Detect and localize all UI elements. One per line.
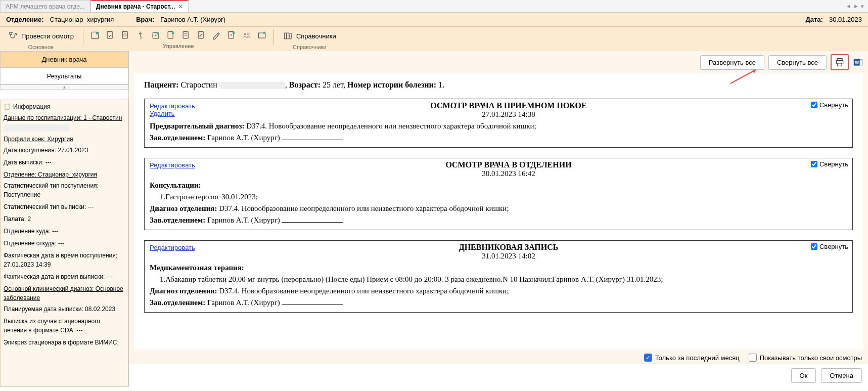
header-bar: Отделение: Стационар_хирургия Врач: Гари… (0, 13, 868, 27)
group-manage-label: Управление (163, 43, 194, 49)
content-topbar: Развернуть все Свернуть все W (129, 51, 868, 73)
tool-8[interactable] (195, 29, 208, 42)
close-icon[interactable]: ✕ (178, 3, 183, 10)
clipboard-icon (4, 103, 11, 110)
svg-point-1 (15, 33, 16, 35)
profile-link[interactable]: Профили коек: Хирургия (4, 135, 125, 144)
tool-10[interactable] (225, 29, 238, 42)
sidetab-diary[interactable]: Дневник врача (0, 51, 128, 68)
options-bar: ✓ Только за последний месяц Показывать т… (129, 352, 868, 364)
menu-icon[interactable]: ▾ (861, 3, 864, 10)
edit-link[interactable]: Редактировать (150, 161, 220, 169)
print-button[interactable] (831, 54, 849, 70)
reference-button[interactable]: Справочники (279, 29, 340, 43)
svg-rect-29 (838, 63, 842, 66)
tool-2[interactable] (104, 29, 117, 42)
vimis: Эпикриз стационара в формате ВИМИС: (4, 338, 125, 347)
last-month-checkbox[interactable]: ✓ Только за последний месяц (644, 354, 740, 362)
delete-link[interactable]: Удалить (150, 110, 220, 117)
discharge-date: Дата выписки: --- (4, 158, 125, 167)
cda: Выписка из случая стационарного лечения … (4, 317, 125, 335)
back-icon[interactable]: ◄ (846, 3, 851, 9)
tool-5[interactable]: + (149, 29, 162, 42)
actions-bar: Ок Отмена (129, 364, 868, 387)
svg-text:W: W (855, 60, 859, 65)
tool-7[interactable] (179, 29, 193, 42)
svg-rect-13 (183, 32, 188, 38)
tool-1[interactable] (88, 29, 102, 42)
collapse-checkbox[interactable]: Свернуть (811, 243, 848, 250)
record: Свернуть Редактировать ДНЕВНИКОВАЯ ЗАПИС… (144, 240, 853, 313)
svg-point-9 (157, 32, 159, 34)
svg-point-22 (263, 32, 265, 34)
svg-rect-24 (287, 33, 289, 39)
svg-rect-26 (5, 104, 9, 110)
group-ref-label: Справочники (293, 44, 327, 50)
sidetab-results[interactable]: Результаты (0, 68, 128, 84)
sidebar: Дневник врача Результаты ▴ Информация Да… (0, 51, 129, 387)
svg-rect-25 (289, 33, 292, 39)
record: Свернуть Редактировать ОСМОТР ВРАЧА В ОТ… (144, 158, 853, 230)
doc-area: Пациент: Старостин , Возраст: 25 лет, Но… (134, 73, 863, 350)
collapse-checkbox[interactable]: Свернуть (811, 160, 848, 168)
own-exams-checkbox[interactable]: Показывать только свои осмотры (749, 354, 862, 362)
edit-link[interactable]: Редактировать (150, 244, 220, 251)
ward: Палата: 2 (4, 214, 125, 224)
tool-12[interactable] (255, 29, 268, 42)
svg-point-20 (248, 33, 249, 35)
fwd-icon[interactable]: ► (853, 3, 859, 9)
tool-3[interactable] (119, 29, 132, 42)
record-row: Зав.отделением: Гарипов А.Т. (Хирург) (150, 216, 847, 225)
record-row: Зав.отделением: Гарипов А.Т. (Хирург) (150, 298, 847, 307)
toolbar: Провести осмотр Основное + Управление Сп (0, 27, 868, 51)
record-datetime: 31.01.2023 14:02 (220, 252, 797, 260)
window-controls: ◄ ► ▾ (846, 0, 868, 12)
record: Свернуть РедактироватьУдалить ОСМОТР ВРА… (144, 99, 853, 148)
checkbox-checked-icon: ✓ (644, 354, 652, 362)
checkbox-unchecked-icon (749, 354, 757, 362)
tool-6[interactable] (164, 29, 177, 42)
ok-button[interactable]: Ок (791, 368, 816, 383)
cancel-button[interactable]: Отмена (821, 368, 862, 383)
tool-4[interactable] (134, 29, 147, 42)
main-diag-link[interactable]: Основной клинический диагноз: Основное з… (4, 284, 125, 302)
word-icon: W (853, 57, 863, 67)
books-icon (283, 31, 293, 41)
edit-link[interactable]: Редактировать (150, 102, 220, 110)
dept-link[interactable]: Отделение: Стационар_хирургия (4, 170, 125, 179)
svg-point-2 (12, 32, 13, 33)
dept-from: Отделение откуда: --- (4, 239, 125, 248)
svg-point-7 (124, 34, 126, 36)
record-row: Консультации: (150, 181, 847, 190)
record-datetime: 30.01.2023 16:42 (220, 169, 797, 178)
exam-button[interactable]: Провести осмотр (4, 29, 78, 43)
tab-arm[interactable]: АРМ лечащего врача отде... (0, 0, 90, 12)
svg-point-19 (244, 33, 246, 35)
record-row: Медикаментозная терапия: (150, 264, 847, 272)
tool-9[interactable] (210, 29, 223, 42)
doctor-label: Врач: (136, 16, 154, 23)
collapse-checkbox[interactable]: Свернуть (811, 101, 848, 109)
svg-rect-27 (837, 59, 842, 61)
fact-out: Фактическая дата и время выписки: --- (4, 272, 125, 281)
hosp-link[interactable]: Данные по госпитализации: 1 - Старостин (4, 113, 125, 122)
expand-all-button[interactable]: Развернуть все (700, 55, 764, 70)
tabs-row: АРМ лечащего врача отде... Дневник врача… (0, 0, 868, 13)
record-row: Диагноз отделения: D37.4. Новообразовани… (150, 204, 847, 213)
collapse-all-button[interactable]: Свернуть все (768, 55, 827, 70)
svg-point-12 (172, 32, 174, 34)
record-row: Диагноз отделения: D37.4. Новообразовани… (150, 287, 847, 295)
collapse-up-icon[interactable]: ▴ (0, 84, 128, 90)
tab-diary[interactable]: Дневник врача - Старост...✕ (90, 0, 189, 12)
word-button[interactable]: W (853, 57, 863, 67)
svg-text:+: + (154, 33, 157, 38)
record-title: ОСМОТР ВРАЧА В ОТДЕЛЕНИИ (220, 160, 797, 169)
tool-11[interactable] (240, 29, 253, 42)
patient-line: Пациент: Старостин , Возраст: 25 лет, Но… (144, 80, 853, 90)
date-value: 30.01.2023 (829, 16, 862, 23)
svg-rect-6 (122, 32, 127, 38)
doctor-value: Гарипов А.Т. (Хирург) (160, 16, 225, 23)
date-label: Дата: (806, 16, 823, 23)
dept-to: Отделение куда: --- (4, 227, 125, 236)
stethoscope-icon (8, 31, 18, 41)
